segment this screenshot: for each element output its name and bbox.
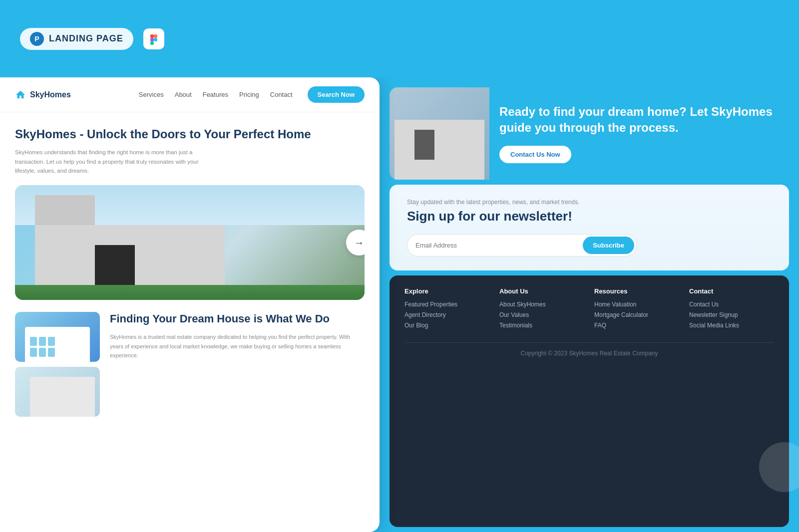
main-content: SkyHomes Services About Features Pricing… [0, 77, 799, 532]
newsletter-title: Sign up for our newsletter! [407, 209, 772, 224]
logo-text: SkyHomes [30, 90, 71, 99]
footer-link-social[interactable]: Social Media Links [689, 322, 774, 329]
newsletter-sub-text: Stay updated with the latest properties,… [407, 199, 772, 206]
right-panel: Ready to find your dream home? Let SkyHo… [380, 77, 799, 532]
top-bar: P LANDING PAGE [0, 0, 799, 77]
hero-section: SkyHomes - Unlock the Doors to Your Perf… [0, 112, 380, 185]
footer-col-about: About Us About SkyHomes Our Values Testi… [499, 287, 584, 332]
cta-image [390, 87, 489, 180]
finding-desc: SkyHomes is a trusted real estate compan… [110, 332, 365, 360]
svg-rect-4 [150, 41, 154, 45]
nav-services[interactable]: Services [139, 91, 164, 98]
nav-features[interactable]: Features [203, 91, 228, 98]
site-nav: SkyHomes Services About Features Pricing… [0, 77, 380, 112]
building-top [35, 195, 95, 225]
footer-link-testimonials[interactable]: Testimonials [499, 322, 584, 329]
hero-desc: SkyHomes understands that finding the ri… [15, 148, 205, 175]
footer-heading-contact: Contact [689, 287, 774, 295]
footer-link-contact-us[interactable]: Contact Us [689, 301, 774, 308]
footer-heading-explore: Explore [404, 287, 489, 295]
property-thumb-2 [15, 367, 100, 417]
cta-building [395, 120, 484, 180]
finding-text: Finding Your Dream House is What We Do S… [110, 312, 365, 417]
svg-rect-0 [150, 34, 154, 38]
left-bottom: Finding Your Dream House is What We Do S… [0, 300, 380, 429]
footer-col-resources: Resources Home Valuation Mortgage Calcul… [594, 287, 679, 332]
cta-building-dark [414, 130, 434, 160]
footer-link-featured[interactable]: Featured Properties [404, 301, 489, 308]
property-thumbnails [15, 312, 100, 417]
left-panel: SkyHomes Services About Features Pricing… [0, 77, 380, 532]
newsletter-form: Subscribe [407, 234, 637, 257]
svg-point-3 [154, 38, 157, 41]
footer-link-mortgage[interactable]: Mortgage Calculator [594, 311, 679, 318]
footer-link-blog[interactable]: Our Blog [404, 322, 489, 329]
search-button[interactable]: Search Now [308, 86, 365, 103]
cta-content: Ready to find your dream home? Let SkyHo… [499, 104, 774, 164]
home-icon [15, 89, 26, 100]
footer-grid: Explore Featured Properties Agent Direct… [404, 287, 774, 332]
landing-badge: P LANDING PAGE [20, 28, 133, 50]
grass [15, 285, 365, 300]
nav-links: Services About Features Pricing Contact [139, 91, 293, 98]
footer-col-explore: Explore Featured Properties Agent Direct… [404, 287, 489, 332]
email-input[interactable] [415, 237, 583, 254]
nav-pricing[interactable]: Pricing [239, 91, 259, 98]
footer-heading-resources: Resources [594, 287, 679, 295]
footer-copyright: Copyright © 2023 SkyHomes Real Estate Co… [404, 342, 774, 357]
building-dark [95, 245, 135, 290]
footer-link-faq[interactable]: FAQ [594, 322, 679, 329]
thumb2-building [30, 377, 95, 417]
newsletter-section: Stay updated with the latest properties,… [390, 185, 789, 270]
arrow-button[interactable]: → [346, 230, 365, 256]
hero-title: SkyHomes - Unlock the Doors to Your Perf… [15, 126, 365, 142]
p-icon: P [30, 32, 44, 46]
footer-link-about-skyhomes[interactable]: About SkyHomes [499, 301, 584, 308]
footer-link-valuation[interactable]: Home Valuation [594, 301, 679, 308]
site-logo: SkyHomes [15, 89, 71, 100]
footer: Explore Featured Properties Agent Direct… [390, 275, 789, 527]
property-thumb-1 [15, 312, 100, 362]
finding-title: Finding Your Dream House is What We Do [110, 312, 365, 326]
landing-label: LANDING PAGE [49, 33, 123, 44]
footer-link-newsletter-signup[interactable]: Newsletter Signup [689, 311, 774, 318]
contact-us-button[interactable]: Contact Us Now [499, 146, 571, 163]
nav-contact[interactable]: Contact [270, 91, 293, 98]
hero-image: → [15, 185, 365, 300]
footer-link-values[interactable]: Our Values [499, 311, 584, 318]
nav-about[interactable]: About [175, 91, 192, 98]
footer-heading-about: About Us [499, 287, 584, 295]
thumb1-windows [30, 337, 55, 357]
figma-icon [143, 28, 164, 49]
footer-col-contact: Contact Contact Us Newsletter Signup Soc… [689, 287, 774, 332]
svg-rect-2 [150, 38, 154, 41]
footer-link-agent[interactable]: Agent Directory [404, 311, 489, 318]
svg-rect-1 [154, 34, 157, 38]
cta-title: Ready to find your dream home? Let SkyHo… [499, 104, 774, 136]
subscribe-button[interactable]: Subscribe [583, 237, 634, 254]
dream-cta: Ready to find your dream home? Let SkyHo… [390, 87, 789, 180]
